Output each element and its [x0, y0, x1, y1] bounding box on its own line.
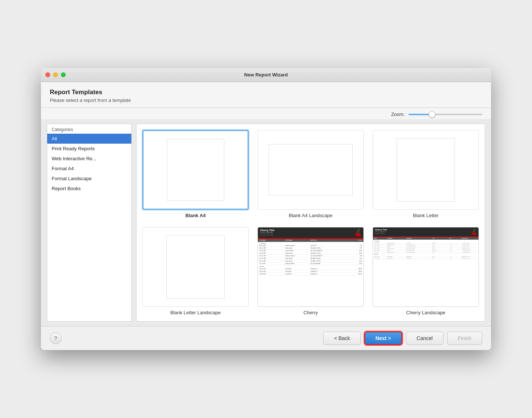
template-thumb-cherry-landscape[interactable]: Cherry Title Cherry SubTitle November 35…: [373, 227, 479, 307]
sidebar-item-format-landscape[interactable]: Format Landscape: [47, 174, 131, 184]
sidebar: Categories All Print Ready Reports Web I…: [47, 124, 132, 322]
next-button[interactable]: Next >: [365, 332, 402, 345]
close-button[interactable]: [45, 72, 50, 77]
header: Report Templates Please select a report …: [41, 82, 491, 108]
blank-letter-landscape-page: [166, 235, 224, 298]
sidebar-item-all[interactable]: All: [47, 134, 131, 144]
cherry-landscape-icon: [471, 228, 477, 236]
template-thumb-blank-letter-landscape[interactable]: [142, 227, 249, 307]
footer-right: < Back Next > Cancel Finish: [323, 332, 482, 345]
categories-label: Categories: [47, 124, 131, 134]
cherry-landscape-date: November 35, 2083: [375, 233, 387, 234]
sidebar-item-web-interactive[interactable]: Web Interactive Re...: [47, 154, 131, 164]
template-item-blank-a4[interactable]: Blank A4: [142, 130, 249, 218]
content-area: Report Templates Please select a report …: [41, 82, 491, 350]
cherry-date-text: November 35, 2083: [260, 234, 274, 236]
help-button[interactable]: ?: [50, 332, 62, 344]
template-item-blank-letter[interactable]: Blank Letter: [373, 130, 479, 218]
cancel-button[interactable]: Cancel: [406, 332, 443, 345]
footer: ? < Back Next > Cancel Finish: [41, 326, 491, 350]
svg-point-1: [357, 234, 361, 237]
blank-a4-landscape-page: [269, 144, 353, 195]
template-label-cherry-landscape: Cherry Landscape: [406, 310, 445, 315]
template-label-blank-a4-landscape: Blank A4 Landscape: [289, 213, 333, 218]
traffic-lights: [45, 72, 66, 77]
sidebar-item-format-a4[interactable]: Format A4: [47, 164, 131, 174]
titlebar: New Report Wizard: [41, 68, 491, 82]
template-thumb-blank-letter[interactable]: [373, 130, 479, 210]
window-title: New Report Wizard: [244, 72, 288, 78]
template-item-cherry-landscape[interactable]: Cherry Title Cherry SubTitle November 35…: [373, 227, 479, 315]
cherry-subtitle-text: Cherry SubTitle: [260, 232, 274, 234]
template-thumb-blank-a4[interactable]: [142, 130, 249, 210]
footer-left: ?: [50, 332, 62, 344]
template-item-blank-letter-landscape[interactable]: Blank Letter Landscape: [142, 227, 249, 315]
cherry-landscape-subtitle: Cherry SubTitle: [375, 231, 387, 233]
template-label-blank-a4: Blank A4: [185, 213, 205, 218]
template-item-blank-a4-landscape[interactable]: Blank A4 Landscape: [258, 130, 364, 218]
zoom-slider[interactable]: [408, 114, 482, 115]
template-grid: Blank A4 Blank A4 Landscape: [142, 130, 479, 315]
blank-letter-page: [397, 138, 455, 201]
maximize-button[interactable]: [61, 72, 66, 77]
sidebar-item-report-books[interactable]: Report Books: [47, 184, 131, 193]
finish-button[interactable]: Finish: [447, 332, 482, 345]
zoom-bar: Zoom:: [41, 108, 491, 119]
template-thumb-cherry[interactable]: Cherry Title Cherry SubTitle November 35…: [258, 227, 364, 307]
template-thumb-blank-a4-landscape[interactable]: [258, 130, 364, 210]
zoom-label: Zoom:: [391, 112, 405, 117]
template-grid-container: Blank A4 Blank A4 Landscape: [136, 124, 485, 322]
svg-point-3: [474, 233, 476, 235]
main-area: Categories All Print Ready Reports Web I…: [41, 119, 491, 326]
cherry-icon: [355, 228, 361, 237]
page-title: Report Templates: [50, 89, 482, 96]
template-item-cherry[interactable]: Cherry Title Cherry SubTitle November 35…: [258, 227, 364, 315]
template-label-cherry: Cherry: [303, 310, 318, 315]
blank-a4-page: [167, 139, 224, 201]
template-label-blank-letter-landscape: Blank Letter Landscape: [170, 310, 221, 315]
minimize-button[interactable]: [53, 72, 58, 77]
back-button[interactable]: < Back: [323, 332, 360, 345]
cherry-title-text: Cherry Title: [260, 229, 274, 232]
window: New Report Wizard Report Templates Pleas…: [41, 68, 491, 350]
sidebar-item-print-ready[interactable]: Print Ready Reports: [47, 144, 131, 154]
template-label-blank-letter: Blank Letter: [413, 213, 438, 218]
page-subtitle: Please select a report from a template: [50, 97, 482, 103]
